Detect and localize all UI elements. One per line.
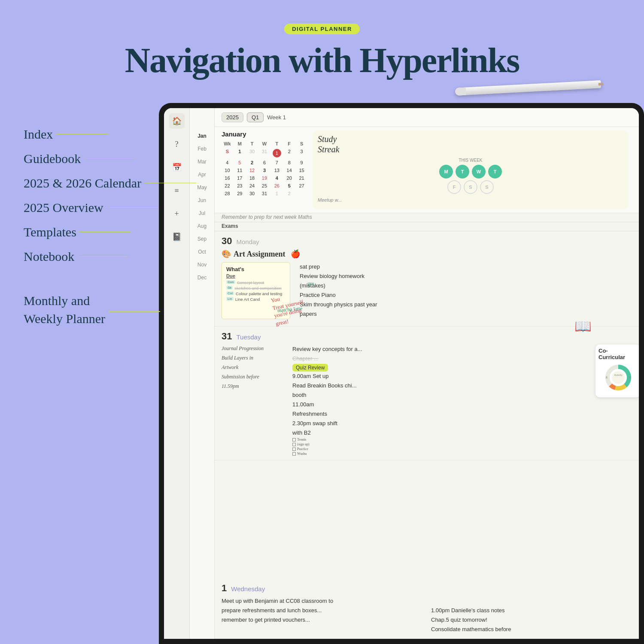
cal-wk2: 2 bbox=[246, 159, 258, 166]
cal-23[interactable]: 23 bbox=[234, 182, 246, 189]
cal-27[interactable]: 27 bbox=[296, 182, 307, 189]
cal-11[interactable]: 11 bbox=[234, 167, 246, 174]
cal-15[interactable]: 15 bbox=[296, 167, 307, 174]
day-entries-container: 30 Monday 🎨 Art Assignment 🍎 What's bbox=[215, 231, 639, 578]
connector-line-planner bbox=[109, 311, 160, 312]
checkbox-tennis[interactable] bbox=[292, 438, 296, 441]
cal-21[interactable]: 21 bbox=[296, 175, 307, 181]
checkbox-signup[interactable] bbox=[292, 443, 296, 446]
whats-due-subtitle: Due bbox=[226, 273, 286, 278]
checklist-signup: (sign up) bbox=[292, 442, 632, 446]
cal-28[interactable]: 28 bbox=[222, 190, 233, 197]
cal-h-m: M bbox=[234, 140, 246, 147]
nav-notebook[interactable]: Notebook bbox=[24, 247, 196, 266]
due-item-sketches: Sk sketches and composition bbox=[226, 286, 286, 290]
day-circles-row2: F S S bbox=[318, 180, 623, 194]
cal-wk4: 4 bbox=[271, 175, 283, 181]
day-entry-31: 31 Tuesday Journal Progression Build Lay… bbox=[215, 327, 639, 461]
task-biology: Review biology homework bbox=[300, 272, 377, 281]
task-papers: papers bbox=[300, 309, 377, 319]
cal-1[interactable]: 1 bbox=[271, 148, 283, 158]
cal-18[interactable]: 18 bbox=[246, 175, 258, 181]
ipad-frame: 🏠 ? 📅 ≡ + 📓 Jan Feb Mar Apr May Jun Jul … bbox=[159, 103, 644, 644]
submission-time: 11.59pm bbox=[222, 382, 288, 390]
digital-planner-badge: DIGITAL PLANNER bbox=[284, 24, 360, 34]
checkbox-practice[interactable] bbox=[292, 447, 296, 451]
day-header-31: 31 Tuesday bbox=[222, 331, 632, 342]
nav-overview[interactable]: 2025 Overview bbox=[24, 198, 196, 217]
journal-progression: Journal Progression bbox=[222, 345, 288, 352]
maths-reminder: Remember to prep for next week Maths bbox=[215, 213, 639, 222]
cal-22[interactable]: 22 bbox=[222, 182, 233, 189]
nav-planner[interactable]: Monthly and Weekly Planner bbox=[24, 292, 196, 328]
left-nav: Index Guidebook 2025 & 2026 Calendar 202… bbox=[24, 124, 196, 333]
task-refreshments: Refreshments bbox=[292, 409, 632, 419]
cal-h-w: W bbox=[259, 140, 270, 147]
cal-20[interactable]: 20 bbox=[283, 175, 295, 181]
cal-26[interactable]: 26 bbox=[271, 182, 283, 189]
task-meetup-benjamin: Meet up with Benjamin at CC08 classroom … bbox=[222, 596, 632, 606]
day-W: W bbox=[472, 165, 486, 178]
cal-2b[interactable]: 2 bbox=[283, 190, 295, 197]
task-booth: booth bbox=[292, 390, 632, 400]
cal-14[interactable]: 14 bbox=[283, 167, 295, 174]
nav-templates[interactable]: Templates bbox=[24, 222, 196, 242]
co-curricular-widget: Co-Curricular Activity bbox=[595, 345, 639, 397]
nav-calendar[interactable]: 2025 & 2026 Calendar bbox=[24, 173, 196, 193]
svg-point-4 bbox=[612, 371, 625, 384]
checkbox-wushu[interactable] bbox=[292, 452, 296, 456]
due-item-concept: Con Concept layout bbox=[226, 280, 286, 285]
mini-calendar: January Wk M T W T F S S 1 30 bbox=[222, 130, 307, 213]
cal-24[interactable]: 24 bbox=[246, 182, 258, 189]
cal-19[interactable]: 19 bbox=[259, 175, 270, 181]
month-label: January bbox=[222, 130, 307, 138]
quiz-review-badge[interactable]: Quiz Review bbox=[292, 364, 328, 372]
cal-29[interactable]: 29 bbox=[234, 190, 246, 197]
art-assignment-label: Art Assignment bbox=[234, 250, 286, 259]
cal-31b[interactable]: 31 bbox=[259, 190, 270, 197]
cal-13[interactable]: 13 bbox=[271, 167, 283, 174]
task-chapter: Chapter ... bbox=[292, 354, 632, 363]
nav-quarter[interactable]: Q1 bbox=[247, 112, 264, 122]
cal-3[interactable]: 3 bbox=[296, 148, 307, 158]
nav-index[interactable]: Index bbox=[24, 124, 196, 144]
day-31-tasks: Review key concepts for a... Chapter ...… bbox=[292, 345, 632, 456]
connector-line-calendar bbox=[145, 183, 196, 184]
cal-5[interactable]: 5 bbox=[234, 159, 246, 166]
cal-4[interactable]: 4 bbox=[222, 159, 233, 166]
day-1-right-tasks: 1.00pm Danielle's class notes Chap.5 qui… bbox=[431, 606, 632, 634]
art-assignment-header: 🎨 Art Assignment 🍎 bbox=[222, 249, 632, 259]
day-name-tuesday: Tuesday bbox=[236, 333, 261, 341]
checklist-practice: Practice bbox=[292, 447, 632, 451]
day-name-monday: Monday bbox=[236, 238, 259, 245]
nav-year[interactable]: 2025 bbox=[222, 112, 243, 122]
cal-6[interactable]: 6 bbox=[259, 159, 270, 166]
nav-guidebook[interactable]: Guidebook bbox=[24, 149, 196, 168]
day-T1: T bbox=[456, 165, 469, 178]
cal-8[interactable]: 8 bbox=[283, 159, 295, 166]
day-31-content: Journal Progression Build Layers in Artw… bbox=[222, 345, 632, 456]
cal-7[interactable]: 7 bbox=[271, 159, 283, 166]
task-1pm-danielle: 1.00pm Danielle's class notes bbox=[431, 606, 632, 615]
day-number-1: 1 bbox=[222, 583, 227, 594]
this-week-label: THIS WEEK bbox=[318, 158, 623, 163]
task-with-b2: with B2 bbox=[292, 428, 632, 438]
cal-9[interactable]: 9 bbox=[296, 159, 307, 166]
cal-17[interactable]: 17 bbox=[234, 175, 246, 181]
submission: Submission before bbox=[222, 373, 288, 381]
cal-1b[interactable]: 1 bbox=[271, 190, 283, 197]
cal-12[interactable]: 12 bbox=[246, 167, 258, 174]
cal-30b[interactable]: 30 bbox=[246, 190, 258, 197]
cal-h-s1: S bbox=[296, 140, 307, 147]
cal-31[interactable]: 31 bbox=[259, 148, 270, 158]
checklist-practice-label: Practice bbox=[297, 447, 308, 451]
day-1-left-notes: prepare refreshments and lunch boxes... … bbox=[222, 606, 422, 634]
cal-16[interactable]: 16 bbox=[222, 175, 233, 181]
day-1-content: prepare refreshments and lunch boxes... … bbox=[222, 606, 632, 634]
cal-30[interactable]: 30 bbox=[246, 148, 258, 158]
due-text-line: Line Art Cand bbox=[235, 297, 260, 302]
cal-2[interactable]: 2 bbox=[283, 148, 295, 158]
main-title: Navigation with Hyperlinks bbox=[0, 42, 644, 79]
cal-25[interactable]: 25 bbox=[259, 182, 270, 189]
cal-10[interactable]: 10 bbox=[222, 167, 233, 174]
